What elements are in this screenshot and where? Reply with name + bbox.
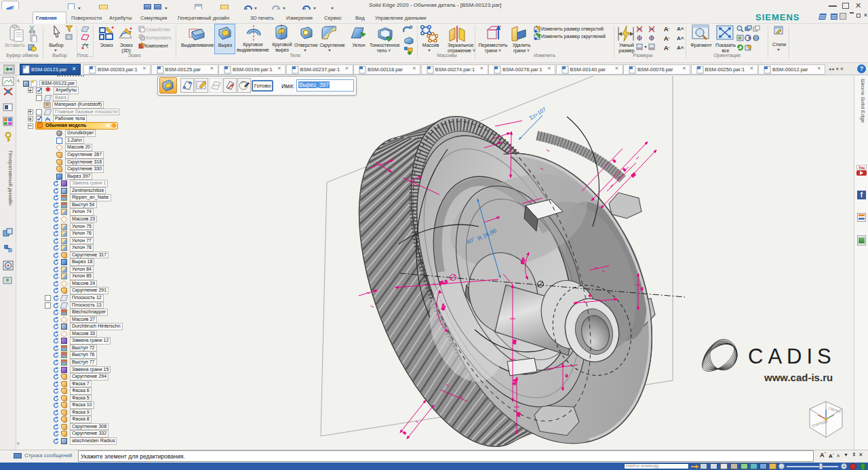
svg-text:www.cad-is.ru: www.cad-is.ru <box>764 372 833 383</box>
svg-text:CADIS: CADIS <box>748 345 836 368</box>
svg-text:35: 35 <box>631 172 637 178</box>
svg-text:5: 5 <box>623 168 627 172</box>
svg-text:Σz=107: Σz=107 <box>528 106 547 121</box>
svg-text:3: 3 <box>612 159 617 163</box>
svg-text:3: 3 <box>402 431 407 435</box>
